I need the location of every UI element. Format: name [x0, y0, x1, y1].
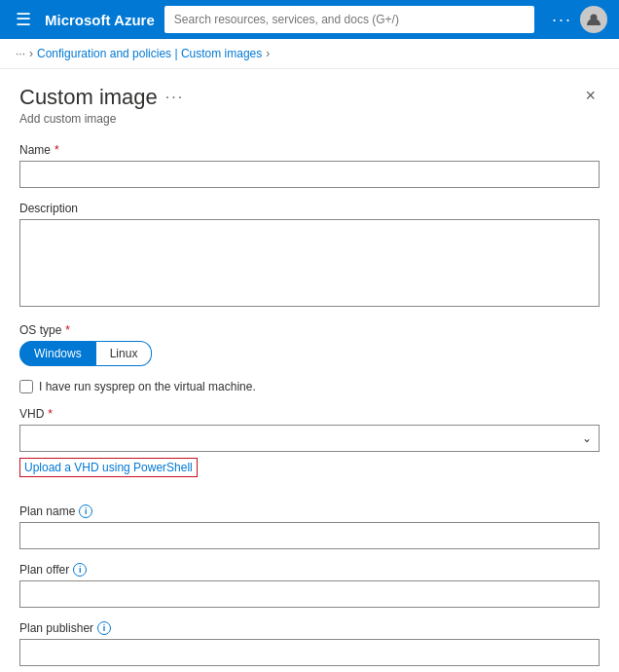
page-header: Custom image ··· × — [19, 85, 600, 110]
navbar-actions: ··· — [552, 6, 607, 33]
plan-name-info-icon[interactable]: i — [79, 504, 92, 518]
breadcrumb-sep1: › — [29, 47, 33, 60]
plan-offer-input[interactable] — [19, 580, 600, 608]
plan-name-label: Plan name — [19, 504, 75, 518]
plan-publisher-input[interactable] — [19, 639, 600, 666]
os-type-field-group: OS type * Windows Linux — [19, 323, 600, 366]
os-type-label: OS type — [19, 323, 61, 337]
breadcrumb-parent[interactable]: Configuration and policies | Custom imag… — [37, 47, 262, 60]
description-label: Description — [19, 202, 78, 215]
sysprep-checkbox-row: I have run sysprep on the virtual machin… — [19, 380, 600, 393]
name-field-group: Name * — [19, 143, 600, 188]
plan-publisher-field-group: Plan publisher i — [19, 621, 600, 666]
navbar: ☰ Microsoft Azure ··· — [0, 0, 619, 39]
os-type-toggle: Windows Linux — [19, 341, 600, 366]
vhd-field-group: VHD * ⌄ Upload a VHD using PowerShell — [19, 407, 600, 491]
vhd-select[interactable] — [19, 425, 600, 452]
page-title: Custom image — [19, 85, 158, 110]
plan-offer-info-icon[interactable]: i — [73, 563, 87, 577]
plan-publisher-label: Plan publisher — [19, 621, 93, 635]
plan-offer-field-group: Plan offer i — [19, 563, 600, 608]
description-field-group: Description — [19, 202, 600, 310]
name-label: Name — [19, 143, 51, 157]
hamburger-icon[interactable]: ☰ — [12, 5, 35, 34]
vhd-label: VHD — [19, 407, 44, 421]
avatar[interactable] — [580, 6, 607, 33]
brand-logo: Microsoft Azure — [45, 12, 155, 28]
plan-publisher-info-icon[interactable]: i — [97, 621, 111, 635]
main-content: Custom image ··· × Add custom image Name… — [0, 69, 619, 672]
global-search-input[interactable] — [164, 6, 534, 33]
vhd-required-star: * — [48, 407, 53, 421]
description-input[interactable] — [19, 219, 600, 307]
name-input[interactable] — [19, 161, 600, 188]
name-required-star: * — [55, 143, 59, 157]
breadcrumb-sep2: › — [266, 47, 270, 60]
plan-offer-label: Plan offer — [19, 563, 69, 577]
plan-name-field-group: Plan name i — [19, 504, 600, 549]
vhd-select-wrapper: ⌄ — [19, 425, 600, 452]
page-subtitle: Add custom image — [19, 112, 600, 126]
os-linux-button[interactable]: Linux — [96, 341, 153, 366]
sysprep-label[interactable]: I have run sysprep on the virtual machin… — [39, 380, 256, 393]
os-windows-button[interactable]: Windows — [19, 341, 96, 366]
os-type-required-star: * — [65, 323, 70, 337]
breadcrumb: ··· › Configuration and policies | Custo… — [0, 39, 619, 69]
close-button[interactable]: × — [581, 85, 600, 106]
upload-vhd-powershell-link[interactable]: Upload a VHD using PowerShell — [19, 458, 198, 477]
breadcrumb-dots[interactable]: ··· — [16, 47, 25, 60]
page-title-more-icon[interactable]: ··· — [165, 89, 184, 106]
navbar-more-icon[interactable]: ··· — [552, 10, 572, 30]
sysprep-checkbox[interactable] — [19, 380, 33, 393]
plan-name-input[interactable] — [19, 522, 600, 549]
